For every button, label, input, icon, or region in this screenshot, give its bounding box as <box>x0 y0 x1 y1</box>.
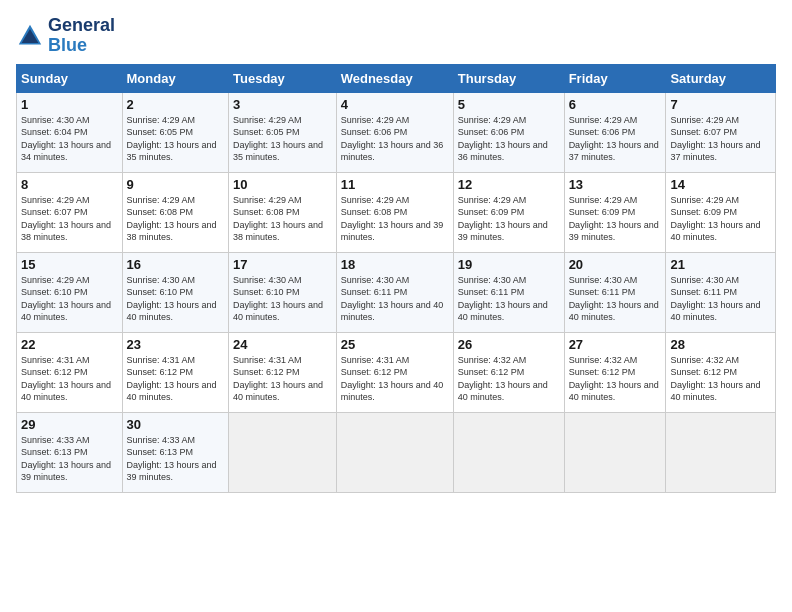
calendar-cell: 28Sunrise: 4:32 AMSunset: 6:12 PMDayligh… <box>666 332 776 412</box>
day-info: Sunrise: 4:32 AMSunset: 6:12 PMDaylight:… <box>670 354 771 404</box>
day-info: Sunrise: 4:29 AMSunset: 6:06 PMDaylight:… <box>458 114 560 164</box>
calendar-cell: 25Sunrise: 4:31 AMSunset: 6:12 PMDayligh… <box>336 332 453 412</box>
day-header-wednesday: Wednesday <box>336 64 453 92</box>
calendar-cell: 16Sunrise: 4:30 AMSunset: 6:10 PMDayligh… <box>122 252 229 332</box>
logo-icon <box>16 22 44 50</box>
calendar-cell: 27Sunrise: 4:32 AMSunset: 6:12 PMDayligh… <box>564 332 666 412</box>
day-info: Sunrise: 4:31 AMSunset: 6:12 PMDaylight:… <box>233 354 332 404</box>
day-info: Sunrise: 4:31 AMSunset: 6:12 PMDaylight:… <box>21 354 118 404</box>
calendar-cell <box>564 412 666 492</box>
day-info: Sunrise: 4:30 AMSunset: 6:11 PMDaylight:… <box>670 274 771 324</box>
day-header-tuesday: Tuesday <box>229 64 337 92</box>
day-number: 27 <box>569 337 662 352</box>
day-info: Sunrise: 4:29 AMSunset: 6:08 PMDaylight:… <box>233 194 332 244</box>
day-info: Sunrise: 4:30 AMSunset: 6:10 PMDaylight:… <box>127 274 225 324</box>
day-info: Sunrise: 4:29 AMSunset: 6:06 PMDaylight:… <box>569 114 662 164</box>
calendar-cell: 6Sunrise: 4:29 AMSunset: 6:06 PMDaylight… <box>564 92 666 172</box>
day-number: 10 <box>233 177 332 192</box>
calendar-cell: 26Sunrise: 4:32 AMSunset: 6:12 PMDayligh… <box>453 332 564 412</box>
calendar-cell <box>666 412 776 492</box>
day-info: Sunrise: 4:29 AMSunset: 6:09 PMDaylight:… <box>458 194 560 244</box>
header: General Blue <box>16 16 776 56</box>
calendar-cell: 3Sunrise: 4:29 AMSunset: 6:05 PMDaylight… <box>229 92 337 172</box>
day-number: 4 <box>341 97 449 112</box>
day-number: 3 <box>233 97 332 112</box>
calendar-cell: 30Sunrise: 4:33 AMSunset: 6:13 PMDayligh… <box>122 412 229 492</box>
calendar-cell: 8Sunrise: 4:29 AMSunset: 6:07 PMDaylight… <box>17 172 123 252</box>
day-number: 8 <box>21 177 118 192</box>
calendar-cell <box>453 412 564 492</box>
calendar-cell: 23Sunrise: 4:31 AMSunset: 6:12 PMDayligh… <box>122 332 229 412</box>
day-info: Sunrise: 4:29 AMSunset: 6:08 PMDaylight:… <box>127 194 225 244</box>
day-number: 28 <box>670 337 771 352</box>
day-number: 1 <box>21 97 118 112</box>
day-info: Sunrise: 4:29 AMSunset: 6:07 PMDaylight:… <box>670 114 771 164</box>
day-info: Sunrise: 4:31 AMSunset: 6:12 PMDaylight:… <box>127 354 225 404</box>
calendar-cell: 2Sunrise: 4:29 AMSunset: 6:05 PMDaylight… <box>122 92 229 172</box>
calendar-body: 1Sunrise: 4:30 AMSunset: 6:04 PMDaylight… <box>17 92 776 492</box>
calendar-cell: 15Sunrise: 4:29 AMSunset: 6:10 PMDayligh… <box>17 252 123 332</box>
calendar-week-row: 8Sunrise: 4:29 AMSunset: 6:07 PMDaylight… <box>17 172 776 252</box>
day-number: 15 <box>21 257 118 272</box>
day-info: Sunrise: 4:30 AMSunset: 6:04 PMDaylight:… <box>21 114 118 164</box>
day-info: Sunrise: 4:30 AMSunset: 6:11 PMDaylight:… <box>341 274 449 324</box>
day-number: 30 <box>127 417 225 432</box>
calendar-cell: 11Sunrise: 4:29 AMSunset: 6:08 PMDayligh… <box>336 172 453 252</box>
calendar-cell <box>229 412 337 492</box>
day-info: Sunrise: 4:33 AMSunset: 6:13 PMDaylight:… <box>21 434 118 484</box>
calendar-cell: 21Sunrise: 4:30 AMSunset: 6:11 PMDayligh… <box>666 252 776 332</box>
calendar-cell: 29Sunrise: 4:33 AMSunset: 6:13 PMDayligh… <box>17 412 123 492</box>
calendar-cell: 1Sunrise: 4:30 AMSunset: 6:04 PMDaylight… <box>17 92 123 172</box>
calendar-week-row: 15Sunrise: 4:29 AMSunset: 6:10 PMDayligh… <box>17 252 776 332</box>
calendar-cell: 4Sunrise: 4:29 AMSunset: 6:06 PMDaylight… <box>336 92 453 172</box>
day-number: 12 <box>458 177 560 192</box>
day-info: Sunrise: 4:31 AMSunset: 6:12 PMDaylight:… <box>341 354 449 404</box>
calendar-cell: 7Sunrise: 4:29 AMSunset: 6:07 PMDaylight… <box>666 92 776 172</box>
day-info: Sunrise: 4:29 AMSunset: 6:07 PMDaylight:… <box>21 194 118 244</box>
day-number: 17 <box>233 257 332 272</box>
day-info: Sunrise: 4:32 AMSunset: 6:12 PMDaylight:… <box>569 354 662 404</box>
calendar-cell: 22Sunrise: 4:31 AMSunset: 6:12 PMDayligh… <box>17 332 123 412</box>
calendar-cell: 12Sunrise: 4:29 AMSunset: 6:09 PMDayligh… <box>453 172 564 252</box>
calendar-header-row: SundayMondayTuesdayWednesdayThursdayFrid… <box>17 64 776 92</box>
day-number: 6 <box>569 97 662 112</box>
day-info: Sunrise: 4:30 AMSunset: 6:11 PMDaylight:… <box>569 274 662 324</box>
day-number: 2 <box>127 97 225 112</box>
calendar-cell: 19Sunrise: 4:30 AMSunset: 6:11 PMDayligh… <box>453 252 564 332</box>
calendar-cell: 5Sunrise: 4:29 AMSunset: 6:06 PMDaylight… <box>453 92 564 172</box>
day-number: 5 <box>458 97 560 112</box>
day-number: 24 <box>233 337 332 352</box>
day-info: Sunrise: 4:29 AMSunset: 6:06 PMDaylight:… <box>341 114 449 164</box>
calendar-cell: 14Sunrise: 4:29 AMSunset: 6:09 PMDayligh… <box>666 172 776 252</box>
day-number: 7 <box>670 97 771 112</box>
day-info: Sunrise: 4:29 AMSunset: 6:09 PMDaylight:… <box>670 194 771 244</box>
day-number: 16 <box>127 257 225 272</box>
day-header-friday: Friday <box>564 64 666 92</box>
day-number: 13 <box>569 177 662 192</box>
calendar-table: SundayMondayTuesdayWednesdayThursdayFrid… <box>16 64 776 493</box>
day-info: Sunrise: 4:29 AMSunset: 6:10 PMDaylight:… <box>21 274 118 324</box>
calendar-cell: 24Sunrise: 4:31 AMSunset: 6:12 PMDayligh… <box>229 332 337 412</box>
day-info: Sunrise: 4:30 AMSunset: 6:11 PMDaylight:… <box>458 274 560 324</box>
logo: General Blue <box>16 16 115 56</box>
day-header-saturday: Saturday <box>666 64 776 92</box>
day-info: Sunrise: 4:33 AMSunset: 6:13 PMDaylight:… <box>127 434 225 484</box>
day-number: 23 <box>127 337 225 352</box>
calendar-cell: 10Sunrise: 4:29 AMSunset: 6:08 PMDayligh… <box>229 172 337 252</box>
day-info: Sunrise: 4:29 AMSunset: 6:05 PMDaylight:… <box>233 114 332 164</box>
calendar-cell: 17Sunrise: 4:30 AMSunset: 6:10 PMDayligh… <box>229 252 337 332</box>
day-header-monday: Monday <box>122 64 229 92</box>
day-number: 11 <box>341 177 449 192</box>
calendar-cell: 13Sunrise: 4:29 AMSunset: 6:09 PMDayligh… <box>564 172 666 252</box>
calendar-cell: 20Sunrise: 4:30 AMSunset: 6:11 PMDayligh… <box>564 252 666 332</box>
day-number: 26 <box>458 337 560 352</box>
day-number: 22 <box>21 337 118 352</box>
calendar-week-row: 29Sunrise: 4:33 AMSunset: 6:13 PMDayligh… <box>17 412 776 492</box>
day-number: 14 <box>670 177 771 192</box>
day-number: 21 <box>670 257 771 272</box>
day-info: Sunrise: 4:29 AMSunset: 6:09 PMDaylight:… <box>569 194 662 244</box>
calendar-cell <box>336 412 453 492</box>
day-header-thursday: Thursday <box>453 64 564 92</box>
day-number: 20 <box>569 257 662 272</box>
day-header-sunday: Sunday <box>17 64 123 92</box>
